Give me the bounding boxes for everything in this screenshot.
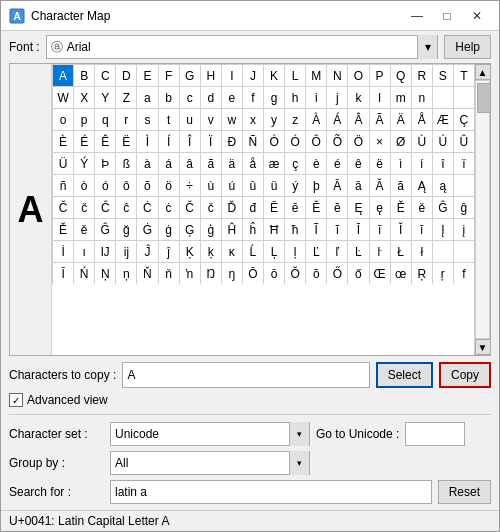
char-cell[interactable]: ĉ <box>115 196 136 218</box>
scrollbar-track[interactable] <box>475 80 490 339</box>
char-cell[interactable]: Ł <box>390 240 411 262</box>
char-cell[interactable]: Ă <box>369 174 390 196</box>
char-cell[interactable]: â <box>179 152 200 174</box>
char-cell[interactable]: À <box>305 108 326 130</box>
character-set-dropdown-arrow[interactable]: ▾ <box>289 422 309 446</box>
char-cell[interactable]: Ç <box>453 108 474 130</box>
char-cell[interactable]: Ð <box>221 130 242 152</box>
char-cell[interactable]: Y <box>94 86 115 108</box>
char-cell[interactable]: ğ <box>115 218 136 240</box>
char-cell[interactable]: ľ <box>326 240 347 262</box>
char-cell[interactable]: y <box>263 108 284 130</box>
search-for-input[interactable] <box>110 480 432 504</box>
char-cell[interactable]: u <box>179 108 200 130</box>
char-cell[interactable]: ĥ <box>242 218 263 240</box>
char-cell[interactable]: ļ <box>284 240 305 262</box>
char-cell[interactable]: X <box>73 86 94 108</box>
char-cell[interactable]: Ĭ <box>390 218 411 240</box>
char-cell[interactable]: Ĝ <box>94 218 115 240</box>
char-cell[interactable]: Ķ <box>179 240 200 262</box>
char-cell[interactable]: C <box>94 64 115 86</box>
char-cell[interactable]: g <box>263 86 284 108</box>
char-cell[interactable]: W <box>52 86 73 108</box>
select-button[interactable]: Select <box>376 362 433 388</box>
char-cell[interactable]: κ <box>221 240 242 262</box>
char-cell[interactable]: ŗ <box>432 262 453 284</box>
char-cell[interactable]: ŏ <box>305 262 326 284</box>
char-cell[interactable]: Û <box>453 130 474 152</box>
char-cell[interactable]: B <box>73 64 94 86</box>
char-cell[interactable]: ë <box>369 152 390 174</box>
char-cell[interactable]: Ë <box>115 130 136 152</box>
char-cell[interactable]: Ì <box>136 130 157 152</box>
char-cell[interactable]: ı <box>73 240 94 262</box>
char-cell[interactable]: x <box>242 108 263 130</box>
char-cell[interactable]: l <box>369 86 390 108</box>
char-cell[interactable]: Į <box>432 218 453 240</box>
char-cell[interactable]: ĩ <box>326 218 347 240</box>
char-cell[interactable]: Ô <box>305 130 326 152</box>
char-cell[interactable]: ŋ <box>221 262 242 284</box>
char-cell[interactable]: û <box>242 174 263 196</box>
char-cell[interactable]: Ě <box>390 196 411 218</box>
minimize-button[interactable]: — <box>403 6 431 26</box>
char-cell[interactable]: Ò <box>263 130 284 152</box>
char-cell[interactable]: Î <box>179 130 200 152</box>
char-cell[interactable]: ő <box>347 262 368 284</box>
char-cell[interactable]: Č <box>52 196 73 218</box>
char-cell[interactable]: á <box>158 152 179 174</box>
char-cell[interactable]: ł <box>411 240 432 262</box>
char-cell[interactable]: c <box>179 86 200 108</box>
char-cell[interactable]: ê <box>347 152 368 174</box>
char-cell[interactable]: Ø <box>390 130 411 152</box>
char-cell[interactable]: ĕ <box>326 196 347 218</box>
char-cell[interactable]: k <box>347 86 368 108</box>
char-cell[interactable]: Ī <box>347 218 368 240</box>
char-cell[interactable]: o <box>52 108 73 130</box>
char-cell[interactable]: Œ <box>369 262 390 284</box>
char-cell[interactable]: Ñ <box>242 130 263 152</box>
advanced-view-checkbox[interactable]: ✓ <box>9 393 23 407</box>
maximize-button[interactable]: □ <box>433 6 461 26</box>
char-cell[interactable]: I <box>221 64 242 86</box>
char-cell[interactable]: Ļ <box>263 240 284 262</box>
close-button[interactable]: ✕ <box>463 6 491 26</box>
char-cell[interactable]: ì <box>390 152 411 174</box>
char-cell[interactable]: ă <box>390 174 411 196</box>
char-cell[interactable]: Ĥ <box>221 218 242 240</box>
char-cell[interactable]: í <box>411 152 432 174</box>
char-cell[interactable]: O <box>347 64 368 86</box>
char-cell[interactable]: P <box>369 64 390 86</box>
char-cell[interactable]: Ĩ <box>305 218 326 240</box>
char-cell[interactable]: İ <box>52 240 73 262</box>
char-cell[interactable]: Â <box>347 108 368 130</box>
char-cell[interactable]: ù <box>200 174 221 196</box>
char-cell[interactable]: ě <box>73 218 94 240</box>
char-cell[interactable]: Ŗ <box>411 262 432 284</box>
char-cell[interactable]: M <box>305 64 326 86</box>
char-cell[interactable]: Č <box>179 196 200 218</box>
char-cell[interactable]: D <box>115 64 136 86</box>
char-cell[interactable]: G <box>179 64 200 86</box>
char-cell[interactable]: Ó <box>284 130 305 152</box>
char-cell[interactable]: p <box>73 108 94 130</box>
char-cell[interactable]: Ĉ <box>94 196 115 218</box>
char-cell[interactable]: m <box>390 86 411 108</box>
char-cell[interactable]: d <box>200 86 221 108</box>
char-cell[interactable]: z <box>284 108 305 130</box>
char-cell[interactable]: ĭ <box>411 218 432 240</box>
char-cell[interactable]: i <box>305 86 326 108</box>
char-cell[interactable]: ý <box>284 174 305 196</box>
char-cell[interactable]: Ï <box>200 130 221 152</box>
char-cell[interactable]: ċ <box>158 196 179 218</box>
char-cell[interactable]: n <box>411 86 432 108</box>
font-selector[interactable]: ⓐ Arial ▾ <box>46 35 439 59</box>
char-cell[interactable]: ó <box>94 174 115 196</box>
char-cell[interactable]: H <box>200 64 221 86</box>
char-cell[interactable]: ņ <box>115 262 136 284</box>
char-cell[interactable]: ò <box>73 174 94 196</box>
char-cell[interactable]: Ņ <box>94 262 115 284</box>
char-cell[interactable]: A <box>52 64 73 86</box>
char-cell[interactable]: t <box>158 108 179 130</box>
char-cell[interactable]: ě <box>411 196 432 218</box>
